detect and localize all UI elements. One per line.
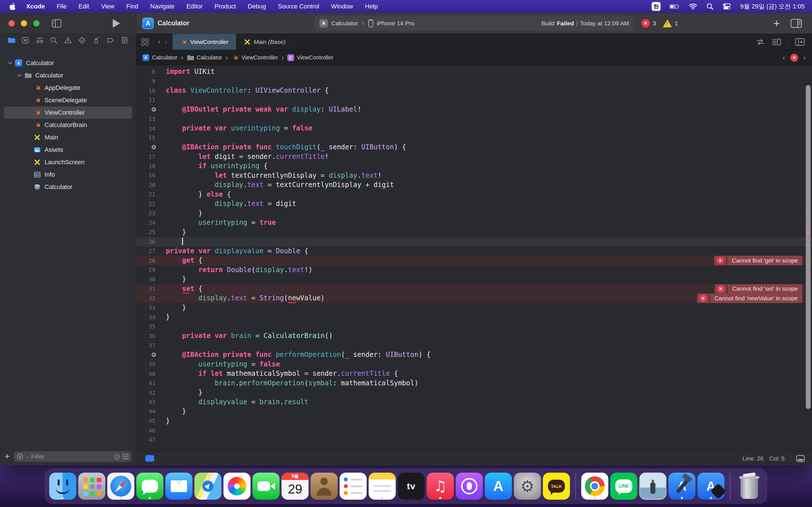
code-line-13[interactable]: 13 [136, 114, 812, 124]
appletv-icon[interactable]: tv [398, 473, 425, 500]
dock-item-photofile[interactable] [640, 473, 666, 500]
dock-item-finder[interactable] [49, 473, 77, 500]
code-line-12[interactable]: @IBOutlet private weak var display: UILa… [136, 105, 812, 114]
menu-view[interactable]: View [95, 3, 120, 10]
settings-icon[interactable]: ⚙ [514, 473, 541, 500]
run-button[interactable] [113, 19, 120, 27]
calendar-icon[interactable]: 9월29 [282, 473, 309, 500]
breadcrumb-segment-calculator-0[interactable]: ACalculator [142, 54, 177, 61]
code-line-45[interactable]: 45} [136, 416, 812, 426]
source-editor[interactable]: 8import UIKit910class ViewController: UI… [136, 65, 812, 452]
go-forward-icon[interactable]: › [165, 38, 167, 46]
navigator-tab-find[interactable] [50, 36, 58, 44]
photofile-icon[interactable] [640, 473, 666, 500]
code-text[interactable]: brain.performOperation(symbal: mathemati… [160, 379, 418, 388]
minimize-window-button[interactable] [21, 20, 27, 26]
code-text[interactable]: userintyping = false [160, 360, 280, 369]
sidebar-item-calculator-1[interactable]: Calculator [4, 69, 132, 82]
dock-item-appletv[interactable]: tv [398, 473, 425, 500]
code-line-17[interactable]: 17 let digit = sender.currentTitle! [136, 152, 812, 162]
trash-icon[interactable] [736, 473, 763, 500]
dock-item-reminders[interactable] [340, 473, 367, 500]
kakaotalk-icon[interactable]: TALK [543, 473, 570, 500]
mail-icon[interactable] [165, 473, 193, 500]
code-line-25[interactable]: 25 } [136, 228, 812, 237]
code-text[interactable]: private var brain = CalculatorBrain() [160, 331, 333, 341]
code-text[interactable]: } [160, 313, 170, 322]
code-line-19[interactable]: 19 let textCurrentlynDisplay = display.t… [136, 171, 812, 180]
issue-counts[interactable]: ✕ 3 1 [642, 19, 678, 27]
error-banner[interactable]: ✕Cannot find 'set' in scope [715, 284, 802, 294]
code-line-9[interactable]: 9 [136, 76, 812, 86]
code-text[interactable]: get { [160, 256, 202, 265]
dock-item-xcode[interactable]: A [668, 473, 696, 500]
tab-main-base-[interactable]: Main (Base) [236, 34, 293, 50]
disclosure-chevron-icon[interactable] [15, 73, 23, 78]
code-text[interactable]: } [160, 275, 186, 284]
code-line-22[interactable]: 22 display.text = digit [136, 199, 812, 209]
reminders-icon[interactable] [340, 473, 367, 500]
build-status[interactable]: Build Failed | Today at 12:09 AM [541, 20, 629, 27]
code-text[interactable]: set { [160, 284, 202, 294]
hide-status-bar-icon[interactable] [796, 455, 805, 462]
zoom-window-button[interactable] [33, 20, 40, 26]
code-text[interactable]: userintyping = true [160, 218, 276, 228]
menu-window[interactable]: Window [325, 3, 359, 10]
dock-item-line[interactable]: LINE [610, 473, 638, 500]
maps-icon[interactable] [195, 473, 221, 500]
dock-item-messages[interactable] [137, 473, 163, 500]
dock-item-settings[interactable]: ⚙ [514, 473, 541, 500]
ib-connection-icon[interactable] [136, 353, 160, 357]
scheme-name[interactable]: Calculator [331, 20, 358, 27]
navigator-tab-issues[interactable] [64, 36, 72, 44]
xcode-icon[interactable]: A [668, 473, 696, 500]
code-line-41[interactable]: 41 brain.performOperation(symbal: mathem… [136, 379, 812, 388]
recents-filter-icon[interactable] [114, 453, 120, 460]
toggle-navigator-icon[interactable] [52, 19, 61, 27]
code-text[interactable]: let textCurrentlynDisplay = display.text… [160, 171, 382, 180]
ib-connection-icon[interactable] [136, 107, 160, 112]
code-text[interactable]: } [160, 228, 186, 237]
code-text[interactable]: } [160, 303, 186, 313]
input-source-icon[interactable]: 한 [652, 2, 661, 11]
code-line-21[interactable]: 21 } else { [136, 190, 812, 200]
code-line-36[interactable]: 36 private var brain = CalculatorBrain() [136, 331, 812, 341]
destination-name[interactable]: iPhone 14 Pro [377, 20, 414, 27]
code-line-26[interactable]: 26 [136, 237, 812, 246]
appstore-icon[interactable]: A [485, 473, 512, 500]
code-text[interactable]: private var userintyping = false [160, 124, 312, 133]
sidebar-item-calculatorbrain-5[interactable]: CalculatorBrain [4, 119, 132, 131]
launchpad-icon[interactable] [79, 473, 105, 500]
code-line-39[interactable]: 39 userintyping = false [136, 360, 812, 369]
navigator-tab-source-control[interactable] [21, 36, 29, 44]
dock-item-maps[interactable] [195, 473, 221, 500]
navigator-tab-project[interactable] [7, 36, 15, 44]
scrollbar-thumb[interactable] [806, 85, 811, 409]
scm-filter-icon[interactable] [122, 453, 129, 460]
filter-field[interactable]: ⌄ Filter [14, 451, 132, 462]
spotlight-search-icon[interactable] [706, 3, 714, 10]
code-text[interactable]: } else { [160, 190, 231, 200]
code-text[interactable]: let digit = sender.currentTitle! [160, 152, 329, 162]
code-text[interactable]: } [160, 416, 170, 426]
sidebar-item-appdelegate-2[interactable]: AppDelegate [4, 82, 132, 94]
battery-icon[interactable] [670, 3, 680, 10]
code-line-47[interactable]: 47 [136, 435, 812, 445]
scheme-selector[interactable]: A Calculator › iPhone 14 Pro Build Faile… [314, 16, 634, 31]
code-line-8[interactable]: 8import UIKit [136, 67, 812, 76]
dock-item-appstore[interactable]: A [485, 473, 512, 500]
code-text[interactable]: display.text = String(newValue) [160, 293, 325, 303]
sidebar-item-assets-7[interactable]: Assets [4, 144, 132, 156]
dock-item-notes[interactable] [369, 473, 396, 500]
breadcrumb-segment-calculator-1[interactable]: Calculator [187, 54, 222, 61]
go-back-icon[interactable]: ‹ [158, 38, 160, 46]
code-text[interactable]: if userintyping { [160, 161, 267, 171]
issue-error-badge[interactable]: ✕ [790, 54, 798, 62]
ib-connection-icon[interactable] [136, 145, 160, 149]
code-line-23[interactable]: 23 } [136, 209, 812, 218]
menu-source-control[interactable]: Source Control [272, 3, 325, 10]
editor-mode-indicator[interactable] [145, 455, 154, 462]
finder-icon[interactable] [49, 473, 77, 500]
code-text[interactable]: import UIKit [160, 67, 214, 76]
tab-viewcontroller[interactable]: ViewController [172, 34, 236, 50]
